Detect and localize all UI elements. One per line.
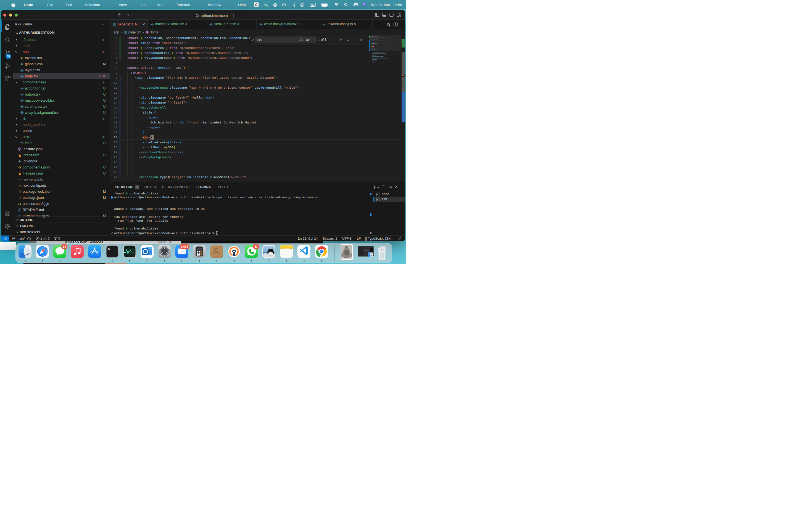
svg-text:QZ: QZ — [311, 3, 315, 6]
svg-text:>_: >_ — [108, 247, 112, 252]
